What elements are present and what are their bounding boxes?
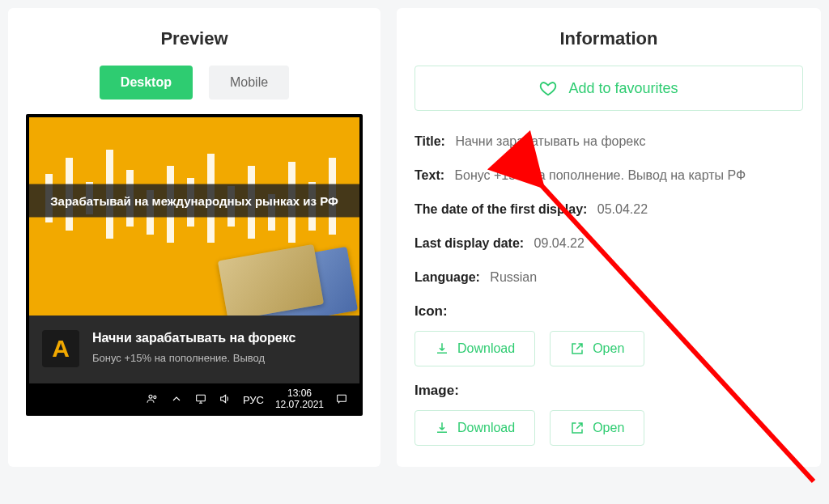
people-icon (146, 392, 159, 408)
image-section-label: Image: (414, 383, 803, 399)
open-icon (570, 421, 585, 435)
info-title-label: Title: (414, 134, 445, 148)
network-icon (194, 392, 207, 408)
taskbar-time: 13:06 (275, 388, 324, 400)
push-notification: A Начни зарабатывать на форекс Бонус +15… (29, 316, 359, 383)
info-last-display-label: Last display date: (414, 236, 524, 250)
info-first-display-row: The date of the first display: 05.04.22 (414, 200, 803, 219)
add-to-favourites-button[interactable]: Add to favourites (414, 66, 803, 111)
info-language-row: Language: Russian (414, 268, 803, 287)
info-language-label: Language: (414, 270, 480, 284)
notification-app-icon: A (42, 330, 79, 367)
image-open-button[interactable]: Open (550, 410, 644, 446)
preview-panel: Preview Desktop Mobile (8, 8, 380, 467)
taskbar-date: 12.07.2021 (275, 400, 324, 411)
info-text-label: Text: (414, 168, 444, 182)
tab-desktop[interactable]: Desktop (100, 66, 193, 100)
add-to-favourites-label: Add to favourites (568, 80, 678, 97)
info-last-display-value: 09.04.22 (534, 236, 585, 250)
preview-tabs: Desktop Mobile (26, 66, 363, 100)
svg-rect-3 (338, 395, 346, 401)
windows-taskbar: РУС 13:06 12.07.2021 (29, 383, 359, 416)
info-language-value: Russian (490, 270, 537, 284)
download-icon (435, 421, 449, 435)
svg-point-0 (149, 395, 152, 398)
volume-icon (219, 392, 232, 408)
information-heading: Information (414, 28, 803, 49)
taskbar-language: РУС (243, 394, 264, 406)
information-panel: Information Add to favourites Title: Нач… (397, 8, 821, 467)
tab-mobile[interactable]: Mobile (209, 66, 289, 100)
info-last-display-row: Last display date: 09.04.22 (414, 234, 803, 253)
ad-banner-text: Зарабатывай на международных рынках из Р… (29, 184, 359, 217)
svg-point-1 (154, 396, 156, 398)
taskbar-clock: 13:06 12.07.2021 (275, 388, 324, 411)
notification-title: Начни зарабатывать на форекс (92, 330, 346, 347)
preview-heading: Preview (26, 28, 363, 49)
info-text-value: Бонус +15% на пополнение. Вывод на карты… (455, 168, 746, 182)
notification-desc: Бонус +15% на пополнение. Вывод (92, 352, 346, 364)
icon-open-label: Open (593, 341, 624, 356)
image-download-label: Download (457, 421, 515, 435)
image-open-label: Open (593, 421, 624, 435)
info-title-row: Title: Начни зарабатывать на форекс (414, 132, 803, 151)
chevron-up-icon (170, 392, 183, 408)
heart-icon (539, 79, 557, 97)
info-first-display-value: 05.04.22 (597, 202, 648, 216)
ad-creative: Зарабатывай на международных рынках из Р… (29, 117, 359, 316)
system-tray: РУС 13:06 12.07.2021 (146, 388, 348, 411)
icon-download-label: Download (457, 341, 515, 356)
info-title-value: Начни зарабатывать на форекс (455, 134, 645, 148)
svg-rect-2 (197, 395, 206, 400)
info-text-row: Text: Бонус +15% на пополнение. Вывод на… (414, 166, 803, 185)
download-icon (435, 341, 449, 356)
image-download-button[interactable]: Download (414, 410, 535, 446)
icon-download-button[interactable]: Download (414, 331, 535, 366)
open-icon (570, 341, 585, 356)
info-first-display-label: The date of the first display: (414, 202, 587, 216)
preview-screenshot: Зарабатывай на международных рынках из Р… (26, 114, 363, 416)
action-center-icon (335, 392, 348, 408)
icon-open-button[interactable]: Open (550, 331, 644, 366)
icon-section-label: Icon: (414, 303, 803, 320)
